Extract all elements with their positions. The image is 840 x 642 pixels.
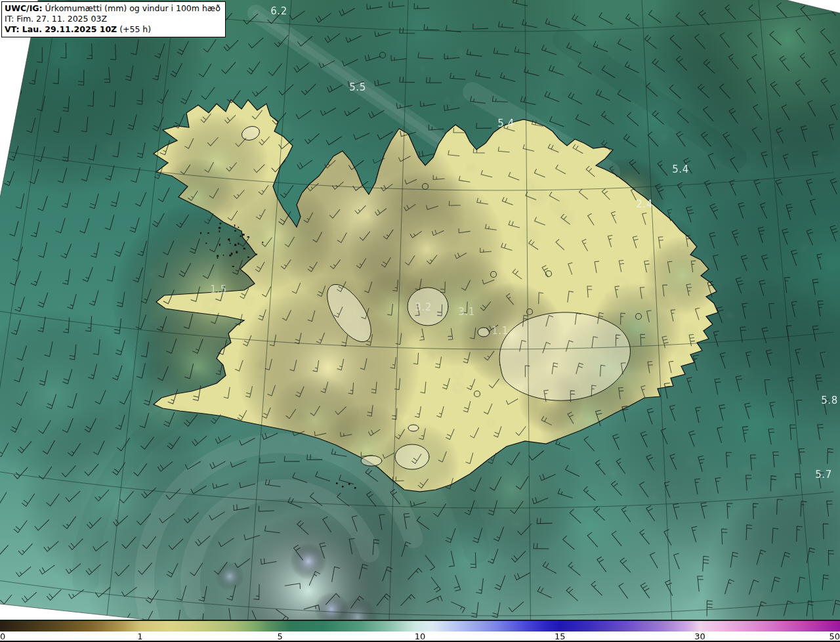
- colorbar-tick-label: 15: [555, 631, 566, 641]
- model-id-label: UWC/IG:: [5, 3, 43, 13]
- product-title: Úrkomumætti (mm) og vindur i 100m hæð: [43, 3, 220, 13]
- colorbar-tick-label: 30: [694, 631, 705, 641]
- product-title-line: UWC/IG: Úrkomumætti (mm) og vindur i 100…: [5, 3, 220, 14]
- colorbar-tick-label: 10: [415, 631, 426, 641]
- colorbar-tick-label: 1: [137, 631, 142, 641]
- colorbar-gradient: [0, 620, 840, 631]
- colorbar-tick-label: 50: [829, 631, 840, 641]
- valid-time-line: VT: Lau. 29.11.2025 10Z (+55 h): [5, 24, 220, 35]
- colorbar-tick-label: 0: [0, 631, 5, 641]
- init-time-line: IT: Fim. 27. 11. 2025 03Z: [5, 14, 220, 24]
- valid-time: VT: Lau. 29.11.2025 10Z: [5, 24, 117, 34]
- colorbar-tick-label: 5: [277, 631, 282, 641]
- forecast-info-box: UWC/IG: Úrkomumætti (mm) og vindur i 100…: [1, 1, 226, 37]
- colorbar: 01510153050: [0, 620, 840, 642]
- weather-map-canvas: [0, 0, 840, 620]
- weather-map-app: 6.25.55.45.42.41.53.23.11.15.85.7 UWC/IG…: [0, 0, 840, 642]
- forecast-lead-time: (+55 h): [117, 24, 151, 34]
- colorbar-tick-labels: 01510153050: [0, 631, 840, 642]
